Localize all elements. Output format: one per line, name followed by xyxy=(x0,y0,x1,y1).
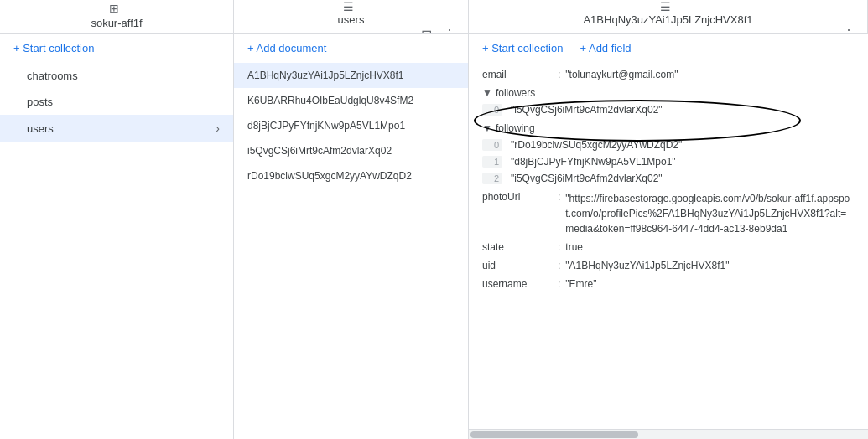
following-value-0: "rDo19bclwSUq5xgcM2yyAYwDZqD2" xyxy=(511,139,682,151)
documents-panel: + Add document A1BHqNy3uzYAi1Jp5LZnjcHVX… xyxy=(234,34,469,439)
doc-item-3[interactable]: i5QvgCSj6iMrt9cAfm2dvlarXq02 xyxy=(234,138,468,163)
followers-index-0: 0 xyxy=(482,104,502,116)
doc-item-1[interactable]: K6UBARRhu4OIbEaUdglqU8v4SfM2 xyxy=(234,88,468,113)
field-list: email : "tolunaykurt@gmail.com" ▼ follow… xyxy=(469,59,868,429)
following-item-1: 1 "d8jBjCJPyFYfnjKNw9pA5VL1Mpo1" xyxy=(482,153,868,170)
uid-key: uid xyxy=(482,260,558,271)
following-section: ▼ following 0 "rDo19bclwSUq5xgcM2yyAYwDZ… xyxy=(469,120,868,187)
more-icon-panel2[interactable]: ⋮ xyxy=(441,26,458,33)
db-icon: ⊞ xyxy=(106,0,122,17)
doc-icon: ☰ xyxy=(657,0,674,13)
filter-icon[interactable]: ⊟ xyxy=(418,26,434,33)
collection-list: chatrooms posts users › xyxy=(0,63,233,439)
document-list: A1BHqNy3uzYAi1Jp5LZnjcHVX8f1 K6UBARRhu4O… xyxy=(234,63,468,439)
uid-field-row: uid : "A1BHqNy3uzYAi1Jp5LZnjcHVX8f1" xyxy=(469,257,868,276)
state-value: true xyxy=(565,241,583,253)
photourl-field-row: photoUrl : "https://firebasestorage.goog… xyxy=(469,189,868,239)
collection-item-chatrooms[interactable]: chatrooms xyxy=(0,63,233,89)
add-document-btn[interactable]: + Add document xyxy=(234,34,468,63)
horizontal-scrollbar[interactable] xyxy=(469,429,868,439)
username-key: username xyxy=(482,278,558,290)
following-value-1: "d8jBjCJPyFYfnjKNw9pA5VL1Mpo1" xyxy=(511,156,676,168)
state-field-row: state : true xyxy=(469,239,868,257)
collection-item-users[interactable]: users › xyxy=(0,115,233,142)
followers-key: followers xyxy=(496,87,535,99)
doc-item-4[interactable]: rDo19bclwSUq5xgcM2yyAYwDZqD2 xyxy=(234,163,468,189)
following-item-0: 0 "rDo19bclwSUq5xgcM2yyAYwDZqD2" xyxy=(482,137,868,153)
fields-panel: + Start collection + Add field email : "… xyxy=(469,34,868,439)
email-value: "tolunaykurt@gmail.com" xyxy=(565,69,678,80)
followers-expand-icon: ▼ xyxy=(482,87,492,99)
doc-item-2[interactable]: d8jBjCJPyFYfnjKNw9pA5VL1Mpo1 xyxy=(234,113,468,138)
uid-value: "A1BHqNy3uzYAi1Jp5LZnjcHVX8f1" xyxy=(565,260,729,271)
following-expand-icon: ▼ xyxy=(482,122,492,134)
collection-title: users xyxy=(338,13,365,26)
followers-section: ▼ followers 0 "i5QvgCSj6iMrt9cAfm2dvlarX… xyxy=(469,85,868,118)
header-panel-2: ☰ users ⊟ ⋮ xyxy=(234,0,469,33)
main-row: + Start collection chatrooms posts users… xyxy=(0,34,868,439)
start-collection-btn-panel3[interactable]: + Start collection xyxy=(482,39,563,58)
add-field-btn[interactable]: + Add field xyxy=(580,39,631,58)
username-field-row: username : "Emre" xyxy=(469,276,868,294)
panel3-icons: ⋮ xyxy=(840,26,857,33)
email-field-row: email : "tolunaykurt@gmail.com" xyxy=(469,66,868,85)
chevron-icon: › xyxy=(216,121,220,135)
db-title: sokur-aff1f xyxy=(91,17,142,29)
header-row: ⊞ sokur-aff1f ☰ users ⊟ ⋮ ☰ A1BHqNy3uzYA… xyxy=(0,0,868,34)
photourl-key: photoUrl xyxy=(482,191,558,203)
followers-item-0: 0 "i5QvgCSj6iMrt9cAfm2dvlarXq02" xyxy=(482,101,868,118)
following-key: following xyxy=(496,122,535,134)
header-panel-3: ☰ A1BHqNy3uzYAi1Jp5LZnjcHVX8f1 ⋮ xyxy=(469,0,868,33)
photourl-value: "https://firebasestorage.googleapis.com/… xyxy=(565,191,850,236)
following-item-2: 2 "i5QvgCSj6iMrt9cAfm2dvlarXq02" xyxy=(482,170,868,187)
start-collection-btn-panel1[interactable]: + Start collection xyxy=(0,34,233,63)
following-value-2: "i5QvgCSj6iMrt9cAfm2dvlarXq02" xyxy=(511,173,663,184)
following-header[interactable]: ▼ following xyxy=(469,120,868,137)
following-index-0: 0 xyxy=(482,139,502,151)
following-index-2: 2 xyxy=(482,173,502,184)
following-array: 0 "rDo19bclwSUq5xgcM2yyAYwDZqD2" 1 "d8jB… xyxy=(469,137,868,187)
state-key: state xyxy=(482,241,558,253)
app-container: ⊞ sokur-aff1f ☰ users ⊟ ⋮ ☰ A1BHqNy3uzYA… xyxy=(0,0,868,439)
panel2-icons: ⊟ ⋮ xyxy=(418,26,458,33)
collection-item-posts[interactable]: posts xyxy=(0,89,233,115)
collections-panel: + Start collection chatrooms posts users… xyxy=(0,34,234,439)
doc-item-0[interactable]: A1BHqNy3uzYAi1Jp5LZnjcHVX8f1 xyxy=(234,63,468,88)
email-key: email xyxy=(482,69,558,80)
username-value: "Emre" xyxy=(565,278,596,290)
followers-header[interactable]: ▼ followers xyxy=(469,85,868,101)
header-panel-1: ⊞ sokur-aff1f xyxy=(0,0,234,33)
more-icon-panel3[interactable]: ⋮ xyxy=(840,26,857,33)
collection-icon: ☰ xyxy=(340,0,357,13)
doc-title: A1BHqNy3uzYAi1Jp5LZnjcHVX8f1 xyxy=(583,13,752,26)
scroll-thumb[interactable] xyxy=(470,431,638,438)
following-index-1: 1 xyxy=(482,156,502,168)
followers-value-0: "i5QvgCSj6iMrt9cAfm2dvlarXq02" xyxy=(511,104,663,116)
followers-array: 0 "i5QvgCSj6iMrt9cAfm2dvlarXq02" xyxy=(469,101,868,118)
